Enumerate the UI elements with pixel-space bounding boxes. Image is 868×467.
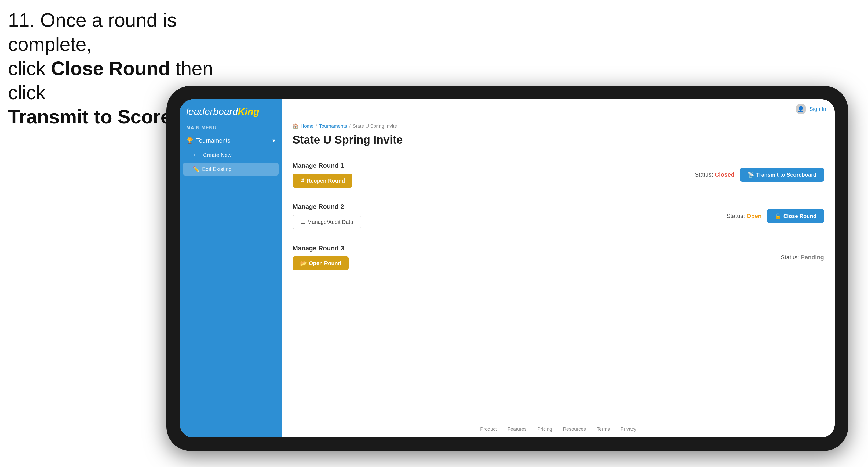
sign-in-area: 👤 Sign In — [796, 103, 826, 114]
footer: Product Features Pricing Resources Terms… — [282, 421, 835, 437]
round-3-status-value: Pending — [801, 254, 824, 260]
tablet-frame: leaderboardKing MAIN MENU 🏆 Tournaments … — [166, 86, 848, 451]
footer-resources[interactable]: Resources — [563, 427, 586, 432]
breadcrumb-sep2: / — [349, 123, 350, 129]
home-icon: 🏠 — [292, 123, 299, 129]
main-menu-label: MAIN MENU — [180, 122, 282, 133]
round-3-left: Manage Round 3 📂 Open Round — [292, 245, 349, 270]
round-2-status: Status: Open — [726, 213, 762, 220]
round-3-status: Status: Pending — [781, 254, 824, 261]
main-content: 👤 Sign In 🏠 Home / Tournaments / State U… — [282, 99, 835, 437]
sidebar-item-edit-existing[interactable]: ✏️ Edit Existing — [183, 163, 279, 176]
reopen-round-button[interactable]: ↺ Reopen Round — [292, 174, 352, 188]
open-round-label: Open Round — [309, 260, 341, 267]
tournaments-item-left: 🏆 Tournaments — [186, 137, 230, 144]
avatar: 👤 — [796, 103, 806, 114]
breadcrumb-current: State U Spring Invite — [353, 123, 397, 129]
breadcrumb-sep1: / — [316, 123, 317, 129]
rounds-content: Manage Round 1 ↺ Reopen Round Status: Cl… — [282, 152, 835, 421]
footer-product[interactable]: Product — [480, 427, 497, 432]
page-title: State U Spring Invite — [282, 131, 835, 152]
logo: leaderboardKing — [186, 107, 275, 117]
round-1-status-value: Closed — [715, 171, 734, 178]
open-round-button[interactable]: 📂 Open Round — [292, 256, 349, 270]
lock-icon: 🔒 — [775, 213, 781, 219]
edit-icon: ✏️ — [193, 166, 199, 172]
round-2-left: Manage Round 2 ☰ Manage/Audit Data — [292, 203, 361, 229]
sidebar-item-tournaments[interactable]: 🏆 Tournaments ▾ — [180, 133, 282, 148]
breadcrumb: 🏠 Home / Tournaments / State U Spring In… — [282, 119, 835, 131]
sign-in-link[interactable]: Sign In — [809, 106, 826, 112]
round-1-right: Status: Closed 📡 Transmit to Scoreboard — [695, 168, 824, 182]
reopen-round-label: Reopen Round — [307, 178, 345, 184]
edit-existing-label: Edit Existing — [202, 166, 231, 172]
transmit-scoreboard-label: Transmit to Scoreboard — [756, 172, 817, 178]
create-new-label: + Create New — [198, 152, 231, 158]
round-3-title: Manage Round 3 — [292, 245, 349, 252]
round-1-left: Manage Round 1 ↺ Reopen Round — [292, 162, 352, 188]
logo-leaderboard: leaderboard — [186, 106, 238, 117]
breadcrumb-tournaments[interactable]: Tournaments — [319, 123, 347, 129]
round-row-3: Manage Round 3 📂 Open Round Status: Pend… — [292, 237, 824, 278]
round-1-status: Status: Closed — [695, 171, 735, 178]
open-icon: 📂 — [300, 260, 307, 267]
footer-privacy[interactable]: Privacy — [621, 427, 637, 432]
logo-area: leaderboardKing — [180, 99, 282, 122]
round-2-status-value: Open — [746, 213, 762, 219]
plus-icon: + — [193, 152, 196, 158]
trophy-icon: 🏆 — [186, 137, 193, 144]
sidebar: leaderboardKing MAIN MENU 🏆 Tournaments … — [180, 99, 282, 437]
round-3-right: Status: Pending — [781, 254, 824, 261]
round-2-right: Status: Open 🔒 Close Round — [726, 209, 824, 223]
round-row-2: Manage Round 2 ☰ Manage/Audit Data Statu… — [292, 195, 824, 237]
footer-features[interactable]: Features — [507, 427, 527, 432]
sidebar-item-create-new[interactable]: + + Create New — [180, 148, 282, 162]
transmit-scoreboard-button[interactable]: 📡 Transmit to Scoreboard — [740, 168, 824, 182]
instruction-close-round: Close Round — [51, 58, 170, 79]
reopen-icon: ↺ — [300, 178, 305, 184]
chevron-down-icon: ▾ — [272, 137, 275, 144]
app-layout: leaderboardKing MAIN MENU 🏆 Tournaments … — [180, 99, 835, 437]
instruction-line2-prefix: click — [8, 58, 51, 79]
round-1-title: Manage Round 1 — [292, 162, 352, 169]
manage-audit-label: Manage/Audit Data — [307, 219, 353, 225]
round-2-title: Manage Round 2 — [292, 203, 361, 210]
close-round-button[interactable]: 🔒 Close Round — [767, 209, 824, 223]
round-row-1: Manage Round 1 ↺ Reopen Round Status: Cl… — [292, 154, 824, 195]
transmit-icon: 📡 — [747, 172, 754, 178]
audit-icon: ☰ — [300, 219, 305, 225]
tournaments-label: Tournaments — [196, 137, 230, 144]
footer-terms[interactable]: Terms — [597, 427, 610, 432]
logo-king: King — [238, 106, 259, 117]
tablet-screen: leaderboardKing MAIN MENU 🏆 Tournaments … — [180, 99, 835, 437]
footer-pricing[interactable]: Pricing — [537, 427, 552, 432]
manage-audit-button[interactable]: ☰ Manage/Audit Data — [292, 215, 361, 229]
breadcrumb-home[interactable]: Home — [301, 123, 313, 129]
top-bar: 👤 Sign In — [282, 99, 835, 119]
instruction-line1: 11. Once a round is complete, — [8, 9, 177, 55]
close-round-label: Close Round — [783, 213, 816, 219]
